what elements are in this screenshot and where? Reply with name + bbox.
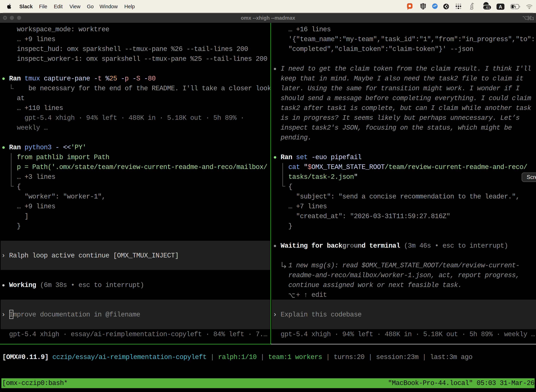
svg-text:1: 1	[532, 16, 534, 21]
svg-text:A: A	[499, 4, 502, 9]
svg-text:..61: ..61	[484, 5, 490, 9]
